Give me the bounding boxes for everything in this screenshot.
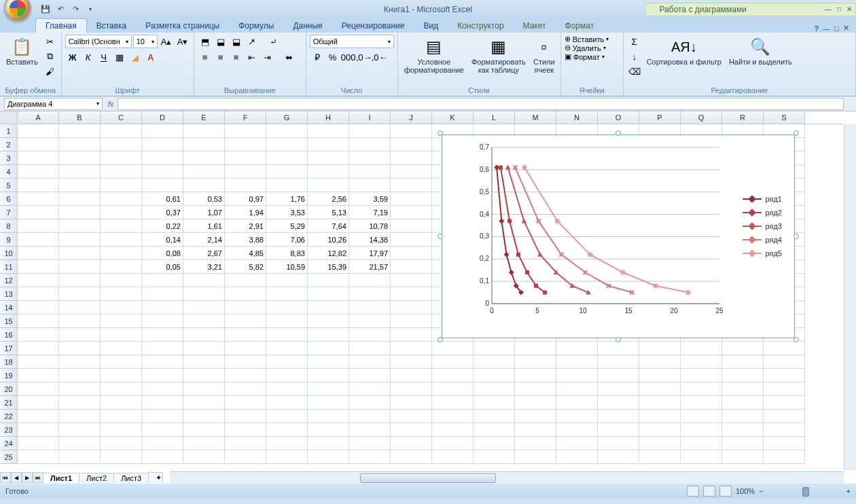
cell[interactable]: [432, 437, 474, 450]
cell[interactable]: [722, 342, 764, 355]
col-header-H[interactable]: H: [308, 111, 349, 124]
number-format-combo[interactable]: Общий▾: [310, 35, 394, 48]
cell[interactable]: [59, 423, 101, 437]
cell[interactable]: [308, 423, 349, 437]
cell[interactable]: [142, 450, 183, 464]
zoom-slider[interactable]: [768, 490, 842, 492]
cell[interactable]: [18, 423, 59, 437]
cell[interactable]: 2,91: [225, 219, 266, 233]
select-all-button[interactable]: [0, 111, 18, 124]
cell[interactable]: [18, 151, 59, 165]
cell[interactable]: [391, 192, 432, 206]
cell[interactable]: [474, 410, 515, 423]
cell[interactable]: [225, 314, 266, 328]
row-header-3[interactable]: 3: [0, 151, 18, 165]
cell[interactable]: 1,76: [266, 192, 308, 206]
cell[interactable]: [183, 124, 225, 138]
cell[interactable]: [142, 369, 183, 382]
cell[interactable]: [142, 314, 183, 328]
resize-handle-e[interactable]: [793, 234, 799, 239]
cell[interactable]: [391, 179, 432, 192]
cell[interactable]: [142, 138, 183, 151]
cell[interactable]: [598, 369, 639, 382]
cell[interactable]: [266, 369, 308, 382]
cell[interactable]: [101, 247, 142, 260]
cell[interactable]: [515, 369, 556, 382]
find-select-button[interactable]: 🔍Найти и выделить: [726, 35, 795, 67]
cell[interactable]: [556, 396, 598, 410]
cell[interactable]: [225, 165, 266, 179]
tab-insert[interactable]: Вставка: [87, 19, 137, 33]
cell[interactable]: [183, 165, 225, 179]
cell[interactable]: [598, 342, 639, 355]
cell[interactable]: [225, 410, 266, 423]
cell[interactable]: [764, 355, 805, 369]
cell[interactable]: [391, 165, 432, 179]
legend-item[interactable]: ряд1: [743, 195, 783, 203]
col-header-F[interactable]: F: [225, 111, 266, 124]
cell[interactable]: 2,56: [308, 192, 349, 206]
cell[interactable]: [308, 151, 349, 165]
cell[interactable]: [225, 138, 266, 151]
copy-icon[interactable]: ⧉: [43, 50, 58, 63]
view-normal-icon[interactable]: [687, 486, 699, 497]
zoom-out-icon[interactable]: −: [759, 487, 763, 495]
cell[interactable]: [764, 396, 805, 410]
cell[interactable]: [266, 138, 308, 151]
cell[interactable]: [432, 396, 474, 410]
row-header-10[interactable]: 10: [0, 247, 18, 260]
align-center-icon[interactable]: ≡: [213, 50, 228, 64]
cell[interactable]: [556, 355, 598, 369]
cell[interactable]: [101, 260, 142, 274]
cell[interactable]: [639, 423, 681, 437]
cell[interactable]: [183, 382, 225, 396]
cell[interactable]: [598, 423, 639, 437]
cell[interactable]: [18, 260, 59, 274]
cell[interactable]: [59, 179, 101, 192]
cell[interactable]: 4,85: [225, 247, 266, 260]
cell[interactable]: [142, 274, 183, 287]
cell[interactable]: [142, 423, 183, 437]
cell[interactable]: [59, 301, 101, 314]
cell[interactable]: [349, 274, 391, 287]
cell[interactable]: [142, 179, 183, 192]
cell[interactable]: [598, 382, 639, 396]
cell[interactable]: [474, 450, 515, 464]
new-sheet-icon[interactable]: ✦: [148, 472, 163, 483]
conditional-formatting-button[interactable]: ▤Условное форматирование: [402, 35, 467, 75]
cell[interactable]: [391, 410, 432, 423]
cell[interactable]: [515, 342, 556, 355]
col-header-L[interactable]: L: [474, 111, 515, 124]
cell[interactable]: [308, 314, 349, 328]
cell[interactable]: [18, 124, 59, 138]
cell[interactable]: [183, 328, 225, 342]
cell[interactable]: [474, 369, 515, 382]
format-painter-icon[interactable]: 🖌: [43, 65, 58, 78]
cell[interactable]: [681, 382, 722, 396]
col-header-J[interactable]: J: [391, 111, 432, 124]
cell[interactable]: [101, 233, 142, 247]
cell[interactable]: 1,61: [183, 219, 225, 233]
cell[interactable]: [59, 192, 101, 206]
cell[interactable]: [266, 151, 308, 165]
cell[interactable]: [18, 355, 59, 369]
cell[interactable]: 1,07: [183, 206, 225, 219]
cell[interactable]: [18, 396, 59, 410]
align-left-icon[interactable]: ≡: [198, 50, 213, 64]
cell[interactable]: [639, 355, 681, 369]
cell[interactable]: 0,14: [142, 233, 183, 247]
tab-formulas[interactable]: Формулы: [229, 19, 283, 33]
cell[interactable]: 7,19: [349, 206, 391, 219]
cell[interactable]: [391, 287, 432, 301]
insert-cells-button[interactable]: ⊕Вставить▾: [565, 35, 609, 43]
cell[interactable]: [556, 410, 598, 423]
cell[interactable]: [764, 382, 805, 396]
cell[interactable]: [391, 260, 432, 274]
cell[interactable]: [266, 396, 308, 410]
cell[interactable]: [59, 314, 101, 328]
autosum-icon[interactable]: Σ: [627, 35, 642, 48]
resize-handle-n[interactable]: [616, 130, 621, 136]
cell[interactable]: [349, 410, 391, 423]
cell[interactable]: [598, 450, 639, 464]
cell[interactable]: [349, 314, 391, 328]
